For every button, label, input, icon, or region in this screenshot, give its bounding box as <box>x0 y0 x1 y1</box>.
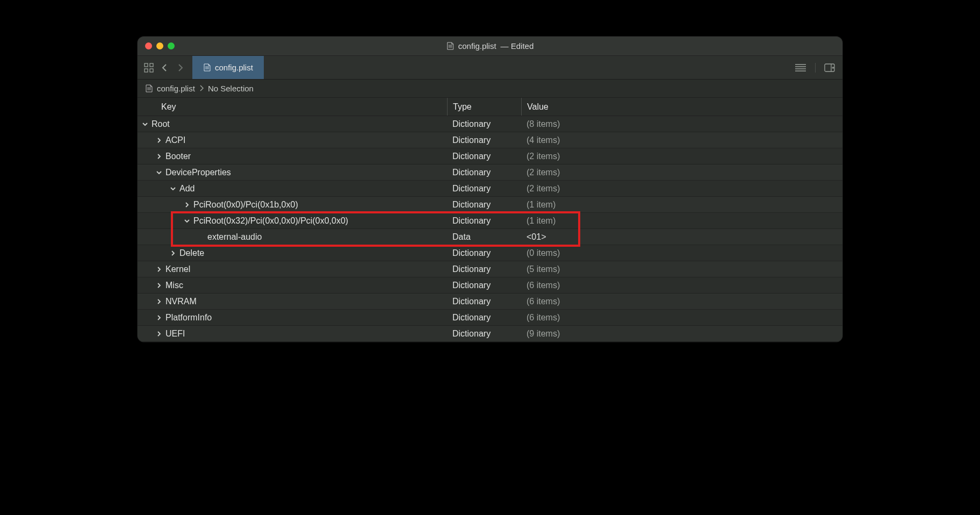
row-key: NVRAM <box>165 297 197 306</box>
breadcrumb-file: config.plist <box>157 84 195 93</box>
row-key: external-audio <box>207 232 262 242</box>
table-row[interactable]: BooterDictionary(2 items) <box>138 148 842 164</box>
row-type: Dictionary <box>447 135 521 145</box>
editor-window: config.plist — Edited config.plist <box>138 37 842 342</box>
row-type: Dictionary <box>447 297 521 306</box>
lines-view-icon[interactable] <box>795 63 806 72</box>
row-value: (2 items) <box>521 184 842 194</box>
svg-rect-2 <box>145 69 148 72</box>
close-window-button[interactable] <box>145 42 152 49</box>
row-key: Delete <box>179 248 204 258</box>
row-type: Dictionary <box>447 119 521 129</box>
header-type[interactable]: Type <box>447 98 521 116</box>
row-key: Booter <box>165 152 191 161</box>
row-type: Dictionary <box>447 329 521 339</box>
window-title-filename: config.plist <box>458 41 496 51</box>
chevron-right-icon[interactable] <box>155 298 163 305</box>
tab-config-plist[interactable]: config.plist <box>192 56 264 79</box>
zoom-window-button[interactable] <box>168 42 175 49</box>
table-row[interactable]: AddDictionary(2 items) <box>138 181 842 197</box>
related-items-icon[interactable] <box>144 63 154 73</box>
row-value: (9 items) <box>521 329 842 339</box>
table-row[interactable]: PciRoot(0x0)/Pci(0x1b,0x0)Dictionary(1 i… <box>138 197 842 213</box>
row-value: (6 items) <box>521 313 842 323</box>
traffic-lights <box>145 42 175 49</box>
chevron-down-icon[interactable] <box>141 121 149 127</box>
chevron-right-icon[interactable] <box>155 282 163 289</box>
table-row[interactable]: PlatformInfoDictionary(6 items) <box>138 310 842 326</box>
row-value: (6 items) <box>521 297 842 306</box>
header-value[interactable]: Value <box>521 98 842 116</box>
document-icon <box>203 63 211 72</box>
table-row[interactable]: KernelDictionary(5 items) <box>138 261 842 277</box>
row-type: Dictionary <box>447 248 521 258</box>
row-type: Dictionary <box>447 216 521 226</box>
chevron-right-icon[interactable] <box>155 153 163 160</box>
svg-rect-1 <box>150 63 153 67</box>
row-value: (0 items) <box>521 248 842 258</box>
chevron-right-icon[interactable] <box>155 331 163 337</box>
column-headers[interactable]: Key Type Value <box>138 98 842 116</box>
plist-tree: RootDictionary(8 items)ACPIDictionary(4 … <box>138 116 842 342</box>
chevron-right-icon[interactable] <box>155 266 163 273</box>
table-row[interactable]: MiscDictionary(6 items) <box>138 277 842 294</box>
titlebar: config.plist — Edited <box>138 37 842 56</box>
row-value: (4 items) <box>521 135 842 145</box>
chevron-down-icon[interactable] <box>169 185 177 192</box>
svg-rect-3 <box>150 69 153 72</box>
chevron-right-icon[interactable] <box>155 314 163 321</box>
table-row[interactable]: PciRoot(0x32)/Pci(0x0,0x0)/Pci(0x0,0x0)D… <box>138 213 842 229</box>
row-value: (2 items) <box>521 168 842 177</box>
row-type: Dictionary <box>447 200 521 210</box>
breadcrumb[interactable]: config.plist No Selection <box>138 80 842 98</box>
table-row[interactable]: DevicePropertiesDictionary(2 items) <box>138 164 842 181</box>
breadcrumb-selection: No Selection <box>208 84 254 93</box>
chevron-down-icon[interactable] <box>155 169 163 176</box>
document-icon <box>145 84 153 93</box>
svg-rect-0 <box>145 63 148 67</box>
row-type: Dictionary <box>447 168 521 177</box>
row-value: <01> <box>521 232 842 242</box>
row-value: (8 items) <box>521 119 842 129</box>
header-key[interactable]: Key <box>138 102 447 112</box>
row-key: PlatformInfo <box>165 313 212 323</box>
row-type: Data <box>447 232 521 242</box>
window-title-status: — Edited <box>501 41 534 51</box>
chevron-right-icon[interactable] <box>155 137 163 144</box>
row-value: (2 items) <box>521 152 842 161</box>
add-pane-icon[interactable] <box>824 63 835 72</box>
chevron-right-icon <box>199 84 204 93</box>
table-row[interactable]: DeleteDictionary(0 items) <box>138 245 842 261</box>
row-key: ACPI <box>165 135 185 145</box>
table-row[interactable]: external-audioData<01> <box>138 229 842 245</box>
row-key: Add <box>179 184 194 194</box>
table-row[interactable]: ACPIDictionary(4 items) <box>138 132 842 148</box>
row-value: (1 item) <box>521 200 842 210</box>
row-key: UEFI <box>165 329 185 339</box>
chevron-right-icon[interactable] <box>183 202 191 208</box>
row-value: (1 item) <box>521 216 842 226</box>
chevron-down-icon[interactable] <box>183 218 191 224</box>
window-title: config.plist — Edited <box>446 41 534 51</box>
table-row[interactable]: NVRAMDictionary(6 items) <box>138 294 842 310</box>
row-key: PciRoot(0x0)/Pci(0x1b,0x0) <box>193 200 298 210</box>
toolbar: config.plist <box>138 56 842 80</box>
table-row[interactable]: RootDictionary(8 items) <box>138 116 842 132</box>
minimize-window-button[interactable] <box>156 42 163 49</box>
chevron-right-icon[interactable] <box>169 250 177 256</box>
toolbar-divider <box>815 63 816 73</box>
row-value: (6 items) <box>521 281 842 290</box>
nav-forward-button[interactable] <box>175 63 186 72</box>
row-key: Kernel <box>165 264 190 274</box>
row-type: Dictionary <box>447 313 521 323</box>
row-key: PciRoot(0x32)/Pci(0x0,0x0)/Pci(0x0,0x0) <box>193 216 348 226</box>
row-value: (5 items) <box>521 264 842 274</box>
nav-back-button[interactable] <box>159 63 170 72</box>
table-row[interactable]: UEFIDictionary(9 items) <box>138 326 842 342</box>
row-type: Dictionary <box>447 152 521 161</box>
row-key: DeviceProperties <box>165 168 231 177</box>
document-icon <box>446 42 454 51</box>
row-type: Dictionary <box>447 281 521 290</box>
row-type: Dictionary <box>447 184 521 194</box>
tab-label: config.plist <box>215 63 253 72</box>
